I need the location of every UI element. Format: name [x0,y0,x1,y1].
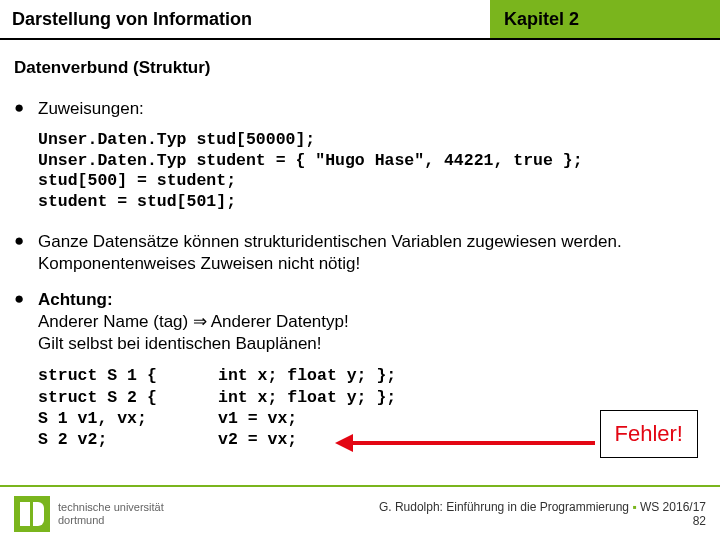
implies-icon: ⇒ [193,312,207,331]
logo: technische universität dortmund [14,496,164,532]
bullet-3-text: Achtung: Anderer Name (tag) ⇒ Anderer Da… [38,289,706,355]
bullet-3-line2a: Anderer Name (tag) [38,312,193,331]
bullet-2: ● Ganze Datensätze können strukturidenti… [14,231,706,275]
slide-content: Datenverbund (Struktur) ● Zuweisungen: U… [0,40,720,451]
logo-text: technische universität dortmund [58,501,164,525]
header-title-left: Darstellung von Information [0,0,490,38]
page-number: 82 [693,514,706,528]
bullet-3-line3: Gilt selbst bei identischen Bauplänen! [38,334,322,353]
achtung-label: Achtung: [38,290,113,309]
footer-sem: WS 2016/17 [637,500,706,514]
code2-r4c1: S 2 v2; [38,429,218,450]
error-callout: Fehler! [600,410,698,458]
tu-logo-icon [14,496,50,532]
code2-r3c1: S 1 v1, vx; [38,408,218,429]
code2-r3c2: v1 = vx; [218,408,297,429]
logo-line2: dortmund [58,514,104,526]
code2-r1c1: struct S 1 { [38,365,218,386]
footer-text: G. Rudolph: Einführung in die Programmie… [379,500,632,514]
arrow-head-icon [335,434,353,452]
header-title-right: Kapitel 2 [490,0,720,38]
arrow-line [351,441,595,445]
error-arrow [335,432,595,454]
logo-line1: technische universität [58,501,164,513]
bullet-marker: ● [14,289,38,355]
bullet-marker: ● [14,98,38,120]
bullet-marker: ● [14,231,38,275]
footer-right: G. Rudolph: Einführung in die Programmie… [379,500,706,528]
code2-r1c2: int x; float y; }; [218,365,396,386]
bullet-1-text: Zuweisungen: [38,98,706,120]
code2-r2c1: struct S 2 { [38,387,218,408]
bullet-3: ● Achtung: Anderer Name (tag) ⇒ Anderer … [14,289,706,355]
bullet-2-text: Ganze Datensätze können strukturidentisc… [38,231,706,275]
bullet-1: ● Zuweisungen: [14,98,706,120]
footer: technische universität dortmund G. Rudol… [0,485,720,540]
code2-r4c2: v2 = vx; [218,429,297,450]
code-block-1: Unser.Daten.Typ stud[50000]; Unser.Daten… [38,130,706,213]
code2-r2c2: int x; float y; }; [218,387,396,408]
subtitle: Datenverbund (Struktur) [14,58,706,78]
bullet-3-line2b: Anderer Datentyp! [207,312,349,331]
